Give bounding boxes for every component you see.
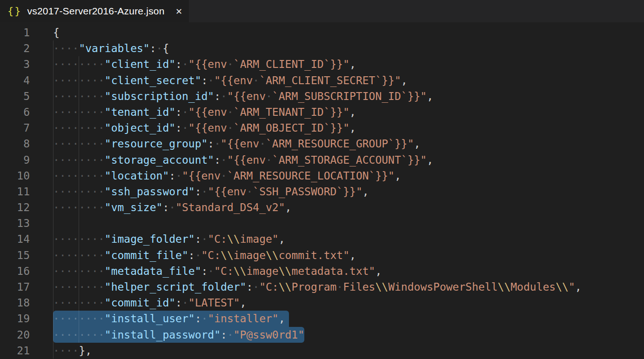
- code-content[interactable]: ····},: [53, 343, 644, 359]
- tab-bar: {} vs2017-Server2016-Azure.json ✕: [0, 0, 644, 22]
- code-tokens: {: [53, 27, 60, 39]
- code-line[interactable]: 10········"location":·"{{env·`ARM_RESOUR…: [0, 168, 644, 184]
- code-tokens: ········"client_secret":·"{{env·`ARM_CLI…: [53, 74, 408, 86]
- code-tokens: ····},: [53, 345, 92, 357]
- code-tokens: ········"image_folder":·"C:\\image",: [53, 233, 285, 245]
- code-tokens: ········"install_password":·"P@ssw0rd1": [53, 329, 304, 341]
- code-content[interactable]: ········"install_password":·"P@ssw0rd1": [53, 327, 644, 343]
- tab-vs2017-server2016-azure[interactable]: {} vs2017-Server2016-Azure.json ✕: [0, 0, 189, 22]
- line-number[interactable]: 12: [0, 199, 30, 215]
- line-number[interactable]: 6: [0, 104, 30, 120]
- code-content[interactable]: ········"object_id":·"{{env·`ARM_OBJECT_…: [53, 120, 644, 136]
- code-line[interactable]: 9········"storage_account":·"{{env·`ARM_…: [0, 152, 644, 168]
- code-tokens: ········"ssh_password":·"{{env·`SSH_PASS…: [53, 186, 369, 198]
- line-number[interactable]: 1: [0, 25, 30, 40]
- line-number[interactable]: 2: [0, 40, 30, 56]
- code-content[interactable]: ········"resource_group":·"{{env·`ARM_RE…: [53, 136, 644, 152]
- code-line[interactable]: 5········"subscription_id":·"{{env·`ARM_…: [0, 88, 644, 104]
- code-content[interactable]: {: [53, 25, 644, 40]
- line-number[interactable]: 3: [0, 56, 30, 72]
- line-number[interactable]: 14: [0, 231, 30, 247]
- code-line[interactable]: 11········"ssh_password":·"{{env·`SSH_PA…: [0, 184, 644, 199]
- line-number[interactable]: 15: [0, 247, 30, 263]
- line-number[interactable]: 7: [0, 120, 30, 136]
- code-line[interactable]: 16········"metadata_file":·"C:\\image\\m…: [0, 263, 644, 279]
- code-content[interactable]: ········"image_folder":·"C:\\image",: [53, 231, 644, 247]
- code-tokens: ········"install_user":·"installer",: [53, 312, 285, 325]
- indent-guide: [53, 215, 54, 231]
- code-content[interactable]: ········"location":·"{{env·`ARM_RESOURCE…: [53, 168, 644, 184]
- code-line[interactable]: 18········"commit_id":·"LATEST",: [0, 295, 644, 311]
- code-tokens: ········"commit_id":·"LATEST",: [53, 297, 246, 309]
- code-content[interactable]: ········"tenant_id":·"{{env·`ARM_TENANT_…: [53, 104, 644, 120]
- code-tokens: ········"commit_file":·"C:\\image\\commi…: [53, 249, 356, 261]
- close-icon[interactable]: ✕: [175, 7, 182, 16]
- code-content[interactable]: ········"client_secret":·"{{env·`ARM_CLI…: [53, 73, 644, 88]
- line-number[interactable]: 16: [0, 263, 30, 279]
- code-line[interactable]: 20········"install_password":·"P@ssw0rd1…: [0, 327, 644, 343]
- code-line[interactable]: 14········"image_folder":·"C:\\image",: [0, 231, 644, 247]
- code-line[interactable]: 13: [0, 215, 644, 231]
- code-line[interactable]: 4········"client_secret":·"{{env·`ARM_CL…: [0, 73, 644, 88]
- code-line[interactable]: 17········"helper_script_folder":·"C:\\P…: [0, 279, 644, 295]
- line-number[interactable]: 4: [0, 73, 30, 88]
- code-tokens: ········"location":·"{{env·`ARM_RESOURCE…: [53, 170, 401, 182]
- code-line[interactable]: 6········"tenant_id":·"{{env·`ARM_TENANT…: [0, 104, 644, 120]
- code-tokens: ········"helper_script_folder":·"C:\\Pro…: [53, 281, 582, 293]
- code-tokens: ········"tenant_id":·"{{env·`ARM_TENANT_…: [53, 106, 356, 118]
- line-number[interactable]: 8: [0, 136, 30, 152]
- code-content[interactable]: ········"metadata_file":·"C:\\image\\met…: [53, 263, 644, 279]
- line-number[interactable]: 10: [0, 168, 30, 184]
- line-number[interactable]: 17: [0, 279, 30, 295]
- code-content[interactable]: ········"helper_script_folder":·"C:\\Pro…: [53, 279, 644, 295]
- code-content[interactable]: ········"client_id":·"{{env·`ARM_CLIENT_…: [53, 56, 644, 72]
- code-line[interactable]: 7········"object_id":·"{{env·`ARM_OBJECT…: [0, 120, 644, 136]
- editor[interactable]: 1{2····"variables":·{3········"client_id…: [0, 22, 644, 359]
- code-line[interactable]: 1{: [0, 25, 644, 40]
- code-tokens: ····"variables":·{: [53, 42, 169, 54]
- code-line[interactable]: 8········"resource_group":·"{{env·`ARM_R…: [0, 136, 644, 152]
- line-number[interactable]: 21: [0, 343, 30, 359]
- indent-guide: [79, 215, 79, 231]
- code-line[interactable]: 21····},: [0, 343, 644, 359]
- code-tokens: ········"object_id":·"{{env·`ARM_OBJECT_…: [53, 122, 356, 134]
- code-tokens: ········"metadata_file":·"C:\\image\\met…: [53, 265, 382, 277]
- line-number[interactable]: 19: [0, 311, 30, 326]
- line-number[interactable]: 13: [0, 215, 30, 231]
- code-tokens: ········"resource_group":·"{{env·`ARM_RE…: [53, 138, 420, 150]
- code-content[interactable]: ········"commit_id":·"LATEST",: [53, 295, 644, 311]
- code-line[interactable]: 15········"commit_file":·"C:\\image\\com…: [0, 247, 644, 263]
- code-line[interactable]: 19········"install_user":·"installer",: [0, 311, 644, 326]
- code-content[interactable]: ········"storage_account":·"{{env·`ARM_S…: [53, 152, 644, 168]
- code-content[interactable]: ····"variables":·{: [53, 40, 644, 56]
- code-content[interactable]: ········"commit_file":·"C:\\image\\commi…: [53, 247, 644, 263]
- code-line[interactable]: 12········"vm_size":·"Standard_DS4_v2",: [0, 199, 644, 215]
- code-tokens: ········"storage_account":·"{{env·`ARM_S…: [53, 154, 433, 166]
- json-file-icon: {}: [7, 5, 22, 17]
- line-number[interactable]: 11: [0, 184, 30, 199]
- code-content[interactable]: ········"subscription_id":·"{{env·`ARM_S…: [53, 88, 644, 104]
- code-content[interactable]: ········"install_user":·"installer",: [53, 311, 644, 326]
- code-content[interactable]: ········"vm_size":·"Standard_DS4_v2",: [53, 199, 644, 215]
- code-content[interactable]: [53, 215, 644, 231]
- code-tokens: ········"subscription_id":·"{{env·`ARM_S…: [53, 90, 433, 102]
- code-line[interactable]: 2····"variables":·{: [0, 40, 644, 56]
- line-number[interactable]: 20: [0, 327, 30, 343]
- vscode-window: {} vs2017-Server2016-Azure.json ✕ 1{2···…: [0, 0, 644, 359]
- line-number[interactable]: 9: [0, 152, 30, 168]
- code-content[interactable]: ········"ssh_password":·"{{env·`SSH_PASS…: [53, 184, 644, 199]
- line-number[interactable]: 18: [0, 295, 30, 311]
- line-number[interactable]: 5: [0, 88, 30, 104]
- tab-title: vs2017-Server2016-Azure.json: [27, 6, 165, 17]
- code-tokens: ········"vm_size":·"Standard_DS4_v2",: [53, 201, 291, 213]
- code-line[interactable]: 3········"client_id":·"{{env·`ARM_CLIENT…: [0, 56, 644, 72]
- code-tokens: ········"client_id":·"{{env·`ARM_CLIENT_…: [53, 58, 356, 70]
